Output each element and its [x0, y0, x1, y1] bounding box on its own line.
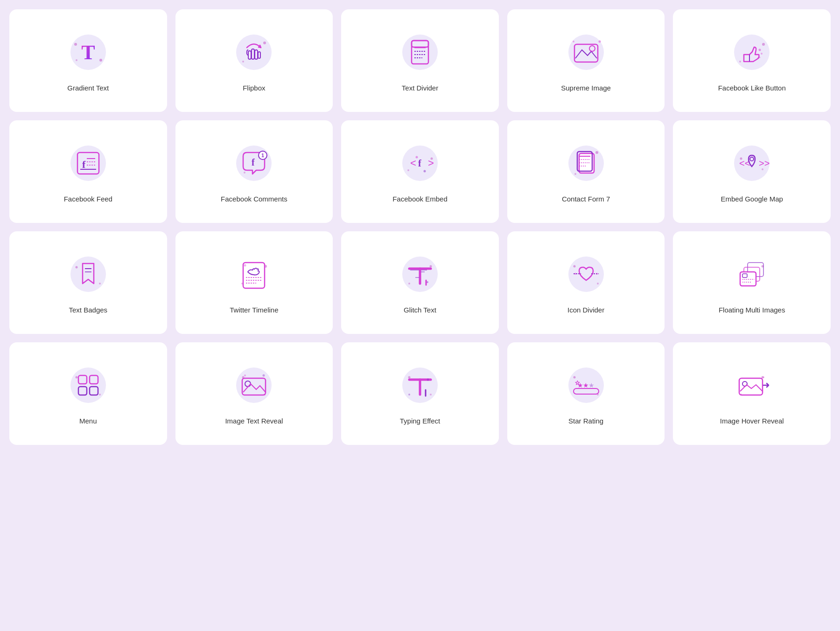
- svg-point-31: [70, 146, 106, 181]
- svg-point-29: [761, 53, 763, 55]
- card-glitch-text[interactable]: Glitch Text: [341, 231, 499, 334]
- star-rating-icon: ★ ★ ★: [565, 364, 607, 406]
- card-text-divider[interactable]: Text Divider: [341, 9, 499, 112]
- svg-point-111: [236, 368, 272, 403]
- card-label: Glitch Text: [404, 305, 436, 315]
- svg-point-30: [759, 57, 761, 58]
- card-label: Image Text Reveal: [225, 416, 283, 426]
- icon-divider-icon: [565, 253, 607, 295]
- svg-point-104: [70, 368, 106, 403]
- card-label: Star Rating: [568, 416, 603, 426]
- card-facebook-embed[interactable]: < > f Facebook Embed: [341, 120, 499, 223]
- svg-point-46: [407, 169, 409, 171]
- svg-point-19: [568, 35, 604, 70]
- card-text-badges[interactable]: Text Badges: [9, 231, 167, 334]
- svg-text:>: >: [428, 157, 434, 169]
- svg-point-69: [99, 283, 101, 284]
- card-label: Facebook Embed: [392, 194, 448, 204]
- card-star-rating[interactable]: ★ ★ ★ Star Rating: [507, 342, 665, 445]
- card-floating-multi-images[interactable]: Floating Multi Images: [673, 231, 831, 334]
- card-label: Flipbox: [243, 83, 265, 93]
- menu-icon: [67, 364, 109, 406]
- svg-point-67: [70, 257, 106, 292]
- card-menu[interactable]: Menu: [9, 342, 167, 445]
- image-hover-reveal-icon: [731, 364, 773, 406]
- svg-point-81: [408, 283, 410, 284]
- card-typing-effect[interactable]: Typing Effect: [341, 342, 499, 445]
- svg-point-90: [573, 265, 575, 268]
- card-label: Floating Multi Images: [719, 305, 785, 315]
- facebook-comments-icon: 1 f: [233, 142, 275, 184]
- card-label: Contact Form 7: [562, 194, 610, 204]
- svg-text:>>: >>: [759, 158, 770, 168]
- supreme-image-icon: [565, 31, 607, 73]
- card-facebook-feed[interactable]: f Facebook Feed: [9, 120, 167, 223]
- svg-text:f: f: [82, 159, 86, 170]
- card-icon-divider[interactable]: Icon Divider: [507, 231, 665, 334]
- card-label: Supreme Image: [561, 83, 611, 93]
- facebook-embed-icon: < > f: [399, 142, 441, 184]
- svg-rect-136: [739, 378, 763, 395]
- card-image-text-reveal[interactable]: Image Text Reveal: [175, 342, 333, 445]
- svg-point-120: [430, 394, 432, 395]
- typing-effect-icon: [399, 364, 441, 406]
- svg-point-124: [427, 379, 429, 381]
- card-label: Image Hover Reveal: [720, 416, 784, 426]
- svg-point-139: [763, 376, 764, 378]
- svg-point-6: [263, 42, 266, 44]
- svg-point-25: [762, 43, 765, 46]
- card-label: Gradient Text: [67, 83, 109, 93]
- flipbox-icon: [233, 31, 275, 73]
- svg-text:f: f: [418, 158, 421, 168]
- card-flipbox[interactable]: Flipbox: [175, 9, 333, 112]
- facebook-like-icon: [731, 31, 773, 73]
- svg-point-127: [573, 376, 575, 379]
- card-label: Typing Effect: [400, 416, 440, 426]
- svg-point-54: [574, 173, 576, 175]
- text-badges-icon: [67, 253, 109, 295]
- svg-text:T: T: [81, 41, 95, 64]
- floating-images-icon: [731, 253, 773, 295]
- svg-point-91: [597, 283, 599, 284]
- svg-point-51: [423, 170, 426, 173]
- card-supreme-image[interactable]: Supreme Image: [507, 9, 665, 112]
- card-facebook-comments[interactable]: 1 f Facebook Comments: [175, 120, 333, 223]
- card-label: Icon Divider: [567, 305, 604, 315]
- gradient-text-icon: T: [67, 31, 109, 73]
- text-divider-icon: [399, 31, 441, 73]
- glitch-text-icon: [399, 253, 441, 295]
- card-gradient-text[interactable]: T Gradient Text: [9, 9, 167, 112]
- svg-point-119: [408, 376, 410, 379]
- svg-point-23: [573, 41, 574, 42]
- card-image-hover-reveal[interactable]: Image Hover Reveal: [673, 342, 831, 445]
- svg-point-95: [596, 273, 598, 275]
- card-label: Text Divider: [402, 83, 438, 93]
- svg-point-125: [408, 394, 410, 395]
- svg-point-28: [759, 49, 761, 51]
- card-twitter-timeline[interactable]: Twitter Timeline: [175, 231, 333, 334]
- embed-map-icon: << >>: [731, 142, 773, 184]
- twitter-timeline-icon: [233, 253, 275, 295]
- svg-point-88: [427, 281, 428, 283]
- card-contact-form-7[interactable]: Contact Form 7: [507, 120, 665, 223]
- image-text-reveal-icon: [233, 364, 275, 406]
- svg-point-80: [429, 265, 432, 268]
- svg-point-3: [76, 59, 77, 61]
- svg-point-78: [244, 264, 246, 267]
- svg-point-40: [244, 172, 245, 173]
- card-label: Embed Google Map: [721, 194, 783, 204]
- card-label: Facebook Feed: [64, 194, 112, 204]
- svg-text:<: <: [410, 157, 416, 169]
- svg-text:f: f: [252, 157, 255, 167]
- card-embed-google-map[interactable]: << >> Embed Google Map: [673, 120, 831, 223]
- svg-point-68: [75, 266, 77, 269]
- card-label: Twitter Timeline: [230, 305, 278, 315]
- svg-point-26: [739, 61, 741, 62]
- svg-point-116: [244, 374, 246, 376]
- svg-point-94: [574, 273, 576, 275]
- card-facebook-like-button[interactable]: Facebook Like Button: [673, 9, 831, 112]
- contact-form-icon: [565, 142, 607, 184]
- svg-point-7: [242, 61, 244, 62]
- svg-point-106: [99, 394, 101, 395]
- svg-point-22: [598, 41, 601, 43]
